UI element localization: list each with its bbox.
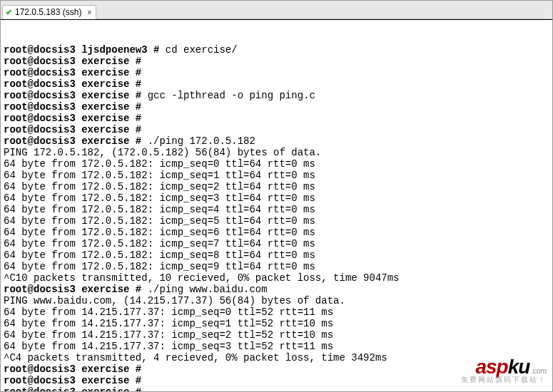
terminal-window: ✔ 172.0.5.183 (ssh) × root@docsis3 ljsdp… <box>0 0 553 392</box>
prompt-line: root@docsis3 ljsdpoenew3 # cd exercise/ <box>4 44 549 56</box>
ping-header: PING www.baidu.com, (14.215.177.37) 56(8… <box>4 295 549 306</box>
ping-line: 64 byte from 172.0.5.182: icmp_seq=2 ttl… <box>4 181 549 192</box>
watermark-ku: ku <box>508 361 530 373</box>
ping-line: 64 byte from 172.0.5.182: icmp_seq=1 ttl… <box>4 170 549 181</box>
prompt-line: root@docsis3 exercise # <box>4 386 549 391</box>
watermark-asp: asp <box>475 361 507 373</box>
ping-line: 64 byte from 172.0.5.182: icmp_seq=4 ttl… <box>4 204 549 215</box>
ping-line: 64 byte from 172.0.5.182: icmp_seq=5 ttl… <box>4 215 549 227</box>
prompt-line: root@docsis3 exercise # <box>4 56 549 67</box>
ping-line: 64 byte from 14.215.177.37: icmp_seq=3 t… <box>4 341 549 352</box>
check-icon: ✔ <box>6 8 12 17</box>
ping-line: 64 byte from 172.0.5.182: icmp_seq=3 ttl… <box>4 192 549 204</box>
ping-line: 64 byte from 14.215.177.37: icmp_seq=2 t… <box>4 329 549 341</box>
ping-summary: ^C10 packets transmitted, 10 recieved, 0… <box>4 272 549 284</box>
prompt-line: root@docsis3 exercise # gcc -lpthread -o… <box>4 90 549 101</box>
prompt-line: root@docsis3 exercise # <box>4 113 549 124</box>
prompt-line: root@docsis3 exercise # ./ping www.baidu… <box>4 284 549 295</box>
ping-line: 64 byte from 172.0.5.182: icmp_seq=9 ttl… <box>4 261 549 272</box>
prompt-line: root@docsis3 exercise # <box>4 67 549 78</box>
watermark: aspku.com 免费网站源码下载站！ <box>461 361 547 386</box>
prompt-line: root@docsis3 exercise # <box>4 101 549 113</box>
ping-line: 64 byte from 172.0.5.182: icmp_seq=6 ttl… <box>4 227 549 238</box>
prompt-line: root@docsis3 exercise # ./ping 172.0.5.1… <box>4 135 549 147</box>
ping-header: PING 172.0.5.182, (172.0.5.182) 56(84) b… <box>4 147 549 158</box>
prompt-line: root@docsis3 exercise # <box>4 78 549 90</box>
terminal-body[interactable]: root@docsis3 ljsdpoenew3 # cd exercise/r… <box>1 19 552 391</box>
watermark-sub: 免费网站源码下载站！ <box>461 374 547 386</box>
tab-title: 172.0.5.183 (ssh) <box>15 7 81 17</box>
ping-line: 64 byte from 14.215.177.37: icmp_seq=0 t… <box>4 306 549 318</box>
prompt-line: root@docsis3 exercise # <box>4 124 549 135</box>
terminal-tab[interactable]: ✔ 172.0.5.183 (ssh) × <box>2 5 96 19</box>
ping-line: 64 byte from 14.215.177.37: icmp_seq=1 t… <box>4 318 549 329</box>
ping-line: 64 byte from 172.0.5.182: icmp_seq=0 ttl… <box>4 158 549 170</box>
ping-line: 64 byte from 172.0.5.182: icmp_seq=8 ttl… <box>4 249 549 261</box>
close-icon[interactable]: × <box>87 9 91 16</box>
tab-bar: ✔ 172.0.5.183 (ssh) × <box>1 1 552 19</box>
ping-line: 64 byte from 172.0.5.182: icmp_seq=7 ttl… <box>4 238 549 249</box>
